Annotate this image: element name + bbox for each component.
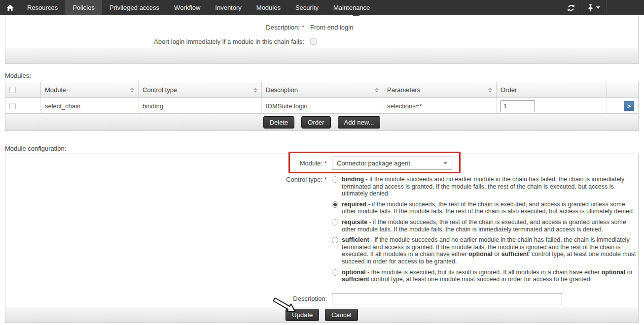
nav-menu: ResourcesPoliciesPrivileged accessWorkfl… xyxy=(20,0,377,15)
row-action-cell: > xyxy=(607,98,638,114)
modules-section-label: Modules: xyxy=(5,72,31,79)
option-text-requisite: requisite - if the module succeeds, the … xyxy=(342,219,637,233)
pin-icon xyxy=(587,4,594,12)
nav-item-maintenance[interactable]: Maintenance xyxy=(326,0,377,15)
radio-sufficient[interactable] xyxy=(332,237,338,243)
select-all-checkbox[interactable] xyxy=(9,87,16,93)
modules-table-footer-band: Delete Order Add new... xyxy=(5,113,638,130)
radio-required[interactable] xyxy=(332,201,338,208)
update-button[interactable]: Update xyxy=(286,309,319,321)
control-type-label: Control type:* xyxy=(5,176,327,287)
nav-item-workflow[interactable]: Workflow xyxy=(167,0,208,15)
delete-button[interactable]: Delete xyxy=(263,116,295,129)
nav-item-modules[interactable]: Modules xyxy=(249,0,288,15)
row-checkbox[interactable] xyxy=(9,103,16,109)
pin-menu-button[interactable] xyxy=(581,0,606,15)
module-config-panel: Module:* Connector package agent Control… xyxy=(5,154,639,323)
option-text-optional: optional - the module is executed, but i… xyxy=(342,269,637,283)
chevron-right-button[interactable]: > xyxy=(624,101,634,111)
control-type-options: binding - if the module succeeds and no … xyxy=(332,176,637,287)
column-header-order[interactable]: Order xyxy=(497,82,607,98)
home-icon xyxy=(6,4,14,12)
modules-table-header: Module Control type Description Paramete… xyxy=(5,82,638,98)
caret-down-icon xyxy=(596,6,600,9)
column-label: Order xyxy=(501,86,517,94)
sort-arrows-icon xyxy=(253,88,257,93)
option-text-binding: binding - if the module succeeds and no … xyxy=(342,176,637,197)
config-description-label: Description: xyxy=(5,295,327,302)
control-type-row: Control type:* binding - if the module s… xyxy=(5,176,638,287)
column-label: Control type xyxy=(143,86,177,94)
abort-login-row: Abort login immediately if a module in t… xyxy=(5,37,638,46)
chain-description-label: Description:* xyxy=(5,24,304,31)
home-button[interactable] xyxy=(0,0,20,15)
column-header-control-type[interactable]: Control type xyxy=(139,82,262,98)
nav-item-resources[interactable]: Resources xyxy=(20,0,65,15)
chain-form-footer-band xyxy=(5,48,638,64)
order-button[interactable]: Order xyxy=(301,116,330,129)
column-label: Module xyxy=(45,86,66,94)
module-label: Module:* xyxy=(5,160,327,167)
required-asterisk: * xyxy=(324,176,327,183)
modules-table-panel: Module Control type Description Paramete… xyxy=(5,82,639,131)
column-header-actions xyxy=(607,82,638,98)
radio-binding[interactable] xyxy=(332,176,338,183)
policy-chain-page: ResourcesPoliciesPrivileged accessWorkfl… xyxy=(0,0,644,325)
row-description-cell: IDMSuite login xyxy=(262,98,383,114)
refresh-icon xyxy=(567,4,575,12)
add-new-button[interactable]: Add new... xyxy=(338,116,381,129)
config-description-row: Description: xyxy=(5,293,638,304)
row-parameters-cell: selections=* xyxy=(383,98,497,114)
navbar-spacer xyxy=(607,0,644,15)
nav-item-inventory[interactable]: Inventory xyxy=(208,0,249,15)
radio-optional[interactable] xyxy=(332,269,338,276)
row-order-cell xyxy=(497,98,607,114)
abort-login-label: Abort login immediately if a module in t… xyxy=(5,38,304,45)
chain-form-panel: Description:* Front-end login Abort logi… xyxy=(5,16,639,64)
select-caret-icon xyxy=(443,162,447,164)
row-select-cell xyxy=(5,98,41,114)
nav-item-policies[interactable]: Policies xyxy=(65,0,102,15)
module-config-footer-band: Update Cancel xyxy=(5,307,638,323)
control-type-option-sufficient: sufficient - if the module succeeds and … xyxy=(332,236,637,265)
top-navbar: ResourcesPoliciesPrivileged accessWorkfl… xyxy=(0,0,644,15)
column-header-module[interactable]: Module xyxy=(41,82,139,98)
module-select[interactable]: Connector package agent xyxy=(332,157,452,170)
chain-description-row: Description:* Front-end login xyxy=(5,23,638,32)
config-description-input[interactable] xyxy=(332,293,562,304)
row-control-type-cell: binding xyxy=(139,98,262,114)
option-text-required: required - if the module succeeds, the r… xyxy=(342,201,637,215)
control-type-option-required: required - if the module succeeds, the r… xyxy=(332,201,637,215)
module-config-section-label: Module configuration: xyxy=(5,145,66,152)
cancel-button[interactable]: Cancel xyxy=(325,309,358,321)
refresh-button[interactable] xyxy=(561,0,581,15)
column-header-parameters[interactable]: Parameters xyxy=(383,82,497,98)
option-text-sufficient: sufficient - if the module succeeds and … xyxy=(342,236,637,265)
row-module-cell: select_chain xyxy=(41,98,139,114)
abort-login-checkbox[interactable] xyxy=(310,38,317,45)
sort-arrows-icon xyxy=(130,88,134,93)
sort-arrows-icon xyxy=(375,88,379,93)
control-type-option-optional: optional - the module is executed, but i… xyxy=(332,269,637,283)
required-asterisk: * xyxy=(324,160,327,167)
table-row: select_chain binding IDMSuite login sele… xyxy=(5,98,638,114)
column-label: Parameters xyxy=(387,86,420,94)
radio-requisite[interactable] xyxy=(332,219,338,226)
column-header-description[interactable]: Description xyxy=(262,82,383,98)
nav-item-security[interactable]: Security xyxy=(288,0,326,15)
module-select-value: Connector package agent xyxy=(337,160,410,167)
control-type-option-requisite: requisite - if the module succeeds, the … xyxy=(332,219,637,233)
navbar-actions xyxy=(561,0,644,15)
column-header-select-all xyxy=(5,82,41,98)
required-asterisk: * xyxy=(302,24,304,31)
column-label: Description xyxy=(266,86,298,94)
nav-item-privileged-access[interactable]: Privileged access xyxy=(102,0,167,15)
chain-description-value: Front-end login xyxy=(310,24,353,31)
order-input[interactable] xyxy=(501,100,535,112)
sort-arrows-icon xyxy=(488,88,492,93)
control-type-option-binding: binding - if the module succeeds and no … xyxy=(332,176,637,197)
module-select-row: Module:* Connector package agent xyxy=(5,157,638,170)
